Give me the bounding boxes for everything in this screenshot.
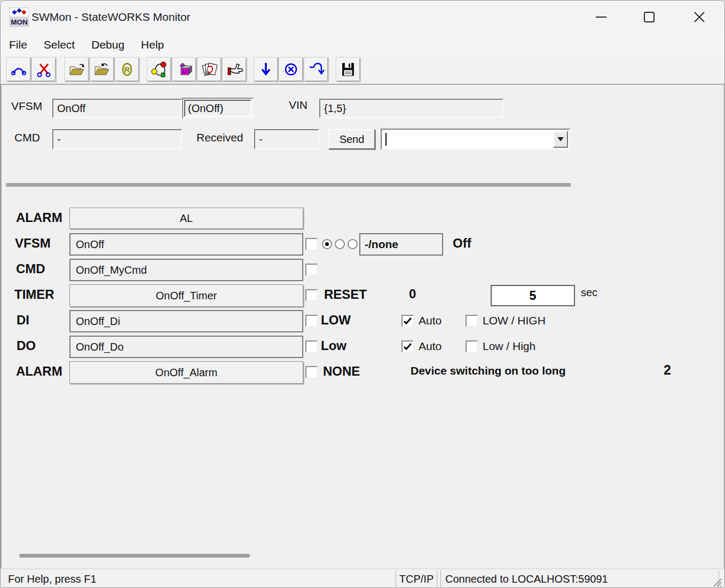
toolbar-disconnect-button[interactable]	[31, 57, 56, 82]
menu-help[interactable]: Help	[141, 38, 164, 51]
toolbar-save-button[interactable]	[336, 57, 360, 82]
vfsm-top-label: VFSM	[11, 100, 42, 113]
alarm-state-text: NONE	[323, 364, 360, 379]
timer-unit-label: sec	[581, 287, 597, 299]
alarm-object-button[interactable]: OnOff_Alarm	[69, 361, 303, 384]
client-area: VFSM OnOff (OnOff) VIN {1,5} CMD - Recei…	[1, 85, 724, 568]
toolbar-step-button[interactable]	[254, 57, 278, 82]
di-auto-checkbox[interactable]	[401, 315, 414, 327]
maximize-button[interactable]	[637, 5, 661, 29]
minimize-button[interactable]	[589, 5, 613, 29]
timer-object-button[interactable]: OnOff_Timer	[69, 284, 303, 307]
maximize-icon	[637, 5, 661, 29]
toolbar-pointer-button[interactable]	[222, 57, 247, 82]
connect-icon	[10, 61, 27, 78]
toolbar-objects-button[interactable]	[197, 57, 222, 82]
vfsm-radio-1[interactable]	[322, 239, 332, 249]
send-button[interactable]: Send	[328, 129, 375, 149]
status-connection-pane: Connected to LOCALHOST:59091	[440, 570, 719, 587]
close-button[interactable]	[687, 5, 712, 29]
toolbar-fsm-button[interactable]	[147, 57, 171, 82]
vfsm-state-text: Off	[453, 236, 471, 251]
alarm-count-text: 2	[664, 362, 671, 378]
vfsm-radio-3[interactable]	[348, 239, 358, 249]
di-row-label: DI	[17, 313, 29, 328]
do-object-field: OnOff_Do	[69, 336, 303, 358]
toolbar-open-restore-button[interactable]	[90, 57, 114, 82]
pointer-hand-icon	[226, 61, 243, 78]
cmd-object-field: OnOff_MyCmd	[69, 259, 303, 281]
do-state-text: Low	[321, 338, 346, 353]
alarm-select-checkbox[interactable]	[305, 366, 318, 378]
title-bar: MON SWMon - StateWORKS Monitor	[1, 1, 724, 34]
vin-value-field: {1,5}	[319, 99, 503, 118]
toolbar-loop-button[interactable]	[304, 57, 328, 82]
minimize-icon	[589, 5, 613, 29]
toolbar-connect-button[interactable]	[6, 57, 31, 82]
menu-bar: File Select Debug Help	[1, 34, 724, 56]
svg-text:R: R	[124, 65, 130, 74]
text-caret	[385, 133, 387, 146]
di-object-field: OnOff_Di	[69, 310, 303, 332]
alarm-header-label: ALARM	[16, 210, 62, 225]
di-select-checkbox[interactable]	[305, 315, 318, 327]
vfsm-state-dropdown[interactable]: (OnOff)	[182, 98, 254, 119]
down-arrow-icon	[257, 61, 274, 78]
loop-arrow-icon	[308, 61, 325, 78]
timer-select-checkbox[interactable]	[305, 289, 318, 301]
cmd-top-label: CMD	[14, 131, 40, 144]
fsm-diagram-icon	[151, 61, 168, 78]
received-label: Received	[196, 131, 243, 144]
toolbar-open-button[interactable]	[65, 57, 89, 82]
svg-text:MON: MON	[11, 18, 28, 26]
vfsm-object-field: OnOff	[69, 233, 303, 256]
menu-debug[interactable]: Debug	[91, 38, 124, 51]
do-auto-checkbox[interactable]	[401, 340, 414, 353]
resize-grip-icon[interactable]	[712, 577, 722, 587]
menu-select[interactable]: Select	[44, 38, 75, 51]
r-object-icon: R	[119, 61, 136, 78]
status-help-text: For Help, press F1	[8, 569, 97, 588]
cmd-row-label: CMD	[16, 261, 45, 276]
vfsm-name-field: OnOff	[52, 99, 182, 118]
splitter-bar[interactable]	[6, 183, 571, 187]
alarm-row-label: ALARM	[16, 364, 62, 379]
close-icon	[687, 5, 712, 29]
open-folder-icon	[68, 61, 85, 78]
vin-label: VIN	[289, 99, 308, 112]
horizontal-scrollbar-thumb[interactable]	[19, 554, 250, 558]
disconnect-icon	[35, 61, 52, 78]
do-mode-label: Low / High	[483, 340, 535, 353]
received-value-field: -	[254, 129, 319, 149]
alarm-group-button[interactable]: AL	[69, 208, 303, 229]
di-state-text: LOW	[321, 313, 351, 328]
vfsm-select-checkbox[interactable]	[305, 238, 318, 250]
timer-preset-input[interactable]: 5	[491, 285, 575, 306]
timer-value-text: 0	[409, 287, 416, 301]
vfsm-row-label: VFSM	[15, 236, 51, 251]
command-combobox[interactable]	[381, 129, 570, 150]
cancel-icon	[282, 61, 300, 78]
unit-box-icon	[176, 61, 193, 78]
checkmark-icon	[403, 316, 412, 325]
toolbar-rtdb-button[interactable]: R	[115, 57, 139, 82]
vfsm-radio-2[interactable]	[335, 239, 345, 249]
window-title: SWMon - StateWORKS Monitor	[31, 1, 191, 34]
radio-dot	[325, 242, 329, 246]
di-mode-label: LOW / HIGH	[483, 314, 546, 327]
app-window: MON SWMon - StateWORKS Monitor File Sele…	[0, 0, 725, 588]
cmd-select-checkbox[interactable]	[305, 264, 318, 276]
vfsm-state-value: (OnOff)	[184, 100, 251, 117]
toolbar-unit-button[interactable]	[172, 57, 196, 82]
di-mode-checkbox[interactable]	[466, 315, 478, 327]
do-row-label: DO	[17, 338, 36, 353]
alarm-message-text: Device switching on too long	[411, 364, 566, 377]
combobox-dropdown-button[interactable]	[553, 131, 568, 148]
timer-reset-label: RESET	[324, 287, 367, 302]
toolbar-cancel-button[interactable]	[279, 57, 303, 82]
menu-file[interactable]: File	[9, 38, 27, 51]
do-mode-checkbox[interactable]	[466, 340, 478, 353]
do-auto-label: Auto	[419, 340, 442, 353]
timer-row-label: TIMER	[14, 287, 54, 302]
do-select-checkbox[interactable]	[305, 340, 318, 353]
